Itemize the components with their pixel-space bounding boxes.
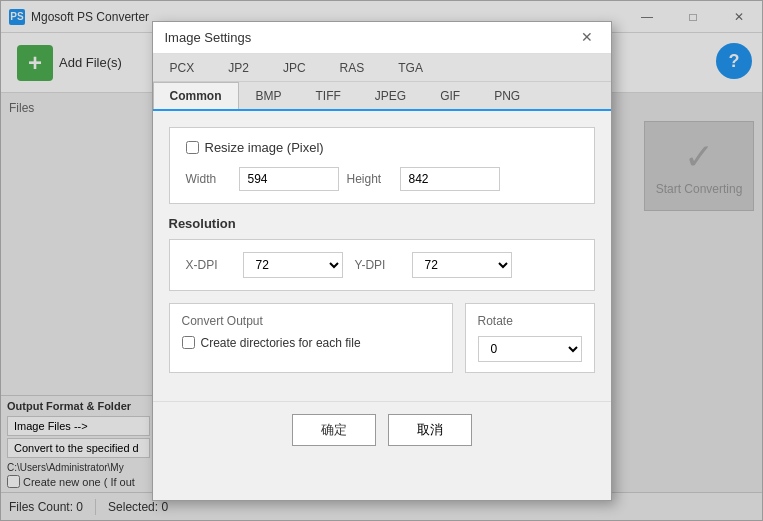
dialog-content: Resize image (Pixel) Width Height Resolu… [153,111,611,401]
dialog-overlay: Image Settings ✕ PCX JP2 JPC RAS TGA Com… [1,1,762,520]
dialog-footer: 确定 取消 [153,401,611,458]
height-input[interactable] [400,167,500,191]
dimension-row: Width Height [186,167,578,191]
resize-section: Resize image (Pixel) Width Height [169,127,595,204]
create-dirs-checkbox[interactable] [182,336,195,349]
tabs-row2: Common BMP TIFF JPEG GIF PNG [153,82,611,111]
width-label: Width [186,172,231,186]
tab-tga[interactable]: TGA [381,54,440,81]
create-dirs-row: Create directories for each file [182,336,440,350]
dialog-close-button[interactable]: ✕ [575,25,599,49]
tab-gif[interactable]: GIF [423,82,477,109]
cancel-button[interactable]: 取消 [388,414,472,446]
y-dpi-label: Y-DPI [355,258,400,272]
tab-png[interactable]: PNG [477,82,537,109]
resize-section-title: Resize image (Pixel) [205,140,324,155]
app-window: PS Mgosoft PS Converter — □ ✕ Add File(s… [0,0,763,521]
tab-jpeg[interactable]: JPEG [358,82,423,109]
tab-ras[interactable]: RAS [323,54,382,81]
rotate-title: Rotate [478,314,582,328]
dialog-title: Image Settings [165,30,575,45]
tab-tiff[interactable]: TIFF [299,82,358,109]
tabs-row1: PCX JP2 JPC RAS TGA [153,54,611,82]
x-dpi-label: X-DPI [186,258,231,272]
image-settings-dialog: Image Settings ✕ PCX JP2 JPC RAS TGA Com… [152,21,612,501]
height-label: Height [347,172,392,186]
dialog-title-bar: Image Settings ✕ [153,22,611,54]
tab-bmp[interactable]: BMP [239,82,299,109]
width-input[interactable] [239,167,339,191]
resolution-title: Resolution [169,216,595,231]
create-dirs-label: Create directories for each file [201,336,361,350]
convert-output-box: Convert Output Create directories for ea… [169,303,453,373]
tab-jpc[interactable]: JPC [266,54,323,81]
resolution-box: X-DPI 72 96 150 200 300 600 Y-DPI [169,239,595,291]
confirm-button[interactable]: 确定 [292,414,376,446]
convert-output-area: Convert Output Create directories for ea… [169,303,595,373]
rotate-box: Rotate 0 90 180 270 [465,303,595,373]
tab-jp2[interactable]: JP2 [211,54,266,81]
y-dpi-select[interactable]: 72 96 150 200 300 600 [412,252,512,278]
resize-checkbox[interactable] [186,141,199,154]
convert-output-title: Convert Output [182,314,440,328]
rotate-select[interactable]: 0 90 180 270 [478,336,582,362]
dpi-row: X-DPI 72 96 150 200 300 600 Y-DPI [186,252,578,278]
tab-common[interactable]: Common [153,82,239,109]
tab-pcx[interactable]: PCX [153,54,212,81]
resolution-section: Resolution X-DPI 72 96 150 200 300 600 [169,216,595,291]
resize-section-header: Resize image (Pixel) [186,140,578,155]
x-dpi-select[interactable]: 72 96 150 200 300 600 [243,252,343,278]
